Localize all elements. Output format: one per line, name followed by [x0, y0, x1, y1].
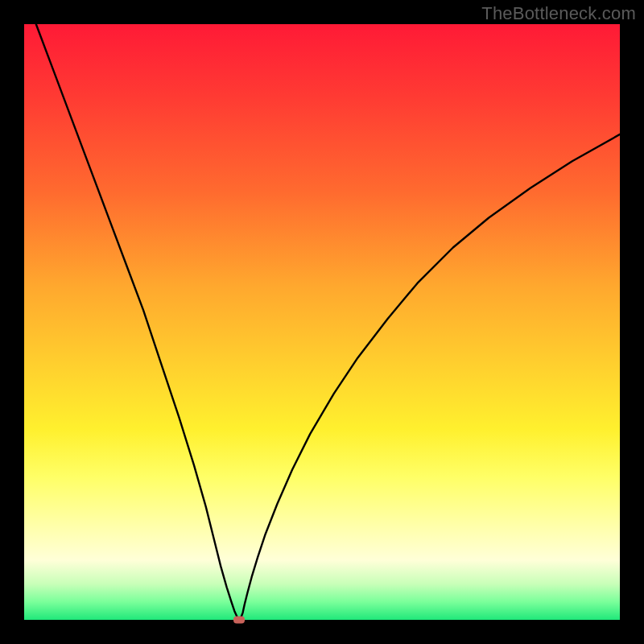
- watermark-label: TheBottleneck.com: [481, 3, 636, 24]
- plot-area: [24, 24, 620, 620]
- bottleneck-curve: [36, 24, 620, 620]
- optimum-marker: [233, 617, 245, 624]
- curve-layer: [24, 24, 620, 620]
- chart-frame: TheBottleneck.com: [0, 0, 644, 644]
